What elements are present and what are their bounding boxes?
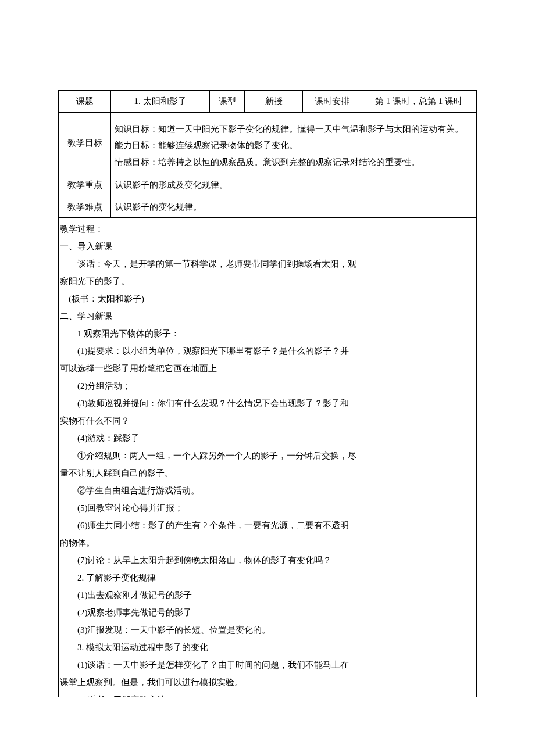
table-row-difficulty: 教学难点 认识影子的变化规律。	[59, 196, 477, 218]
content-line: (2)看书，了解实验方法	[60, 691, 357, 697]
table-row-goals: 教学目标 知识目标：知道一天中阳光下影子变化的规律。懂得一天中气温和影子与太阳的…	[59, 112, 477, 174]
label-difficulty: 教学难点	[59, 196, 111, 218]
value-topic: 1. 太阳和影子	[111, 91, 210, 113]
content-line: 3. 模拟太阳运动过程中影子的变化	[60, 639, 357, 656]
content-line: (7)讨论：从早上太阳升起到傍晚太阳落山，物体的影子有变化吗？	[60, 551, 357, 569]
label-topic: 课题	[59, 91, 111, 113]
content-line: (2)分组活动；	[60, 377, 357, 395]
value-goals: 知识目标：知道一天中阳光下影子变化的规律。懂得一天中气温和影子与太阳的运动有关。…	[111, 112, 477, 174]
content-cell: 教学过程： 一、导入新课 谈话：今天，是开学的第一节科学课，老师要带同学们到操场…	[59, 218, 361, 697]
value-schedule: 第 1 课时，总第 1 课时	[361, 91, 477, 113]
content-line: (2)观察老师事先做记号的影子	[60, 604, 357, 621]
content-line: 1 观察阳光下物体的影子：	[60, 325, 357, 342]
table-header-row: 课题 1. 太阳和影子 课型 新授 课时安排 第 1 课时，总第 1 课时	[59, 91, 477, 113]
content-line: (4)游戏：踩影子	[60, 429, 357, 447]
content-line: (5)回教室讨论心得并汇报；	[60, 499, 357, 517]
content-line: (板书：太阳和影子)	[60, 290, 357, 307]
value-focus: 认识影子的形成及变化规律。	[111, 174, 477, 196]
content-line: (1)谈话：一天中影子是怎样变化了？由于时间的问题，我们不能马上在课堂上观察到。…	[60, 656, 357, 691]
content-line: ②学生自由组合进行游戏活动。	[60, 482, 357, 499]
content-line: (1)提要求：以小组为单位，观察阳光下哪里有影子？是什么的影子？并可以选择一些影…	[60, 342, 357, 377]
content-line: 2. 了解影子变化规律	[60, 569, 357, 586]
content-line: ①介绍规则：两人一组，一个人踩另外一个人的影子，一分钟后交换，尽量不让别人踩到自…	[60, 447, 357, 482]
label-goals: 教学目标	[59, 112, 111, 174]
label-schedule: 课时安排	[303, 91, 361, 113]
value-difficulty: 认识影子的变化规律。	[111, 196, 477, 218]
content-line: (3)汇报发现：一天中影子的长短、位置是变化的。	[60, 621, 357, 639]
goals-knowledge: 知识目标：知道一天中阳光下影子变化的规律。懂得一天中气温和影子与太阳的运动有关。	[115, 121, 473, 138]
content-line: (6)师生共同小结：影子的产生有 2 个条件，一要有光源，二要有不透明的物体。	[60, 517, 357, 551]
value-type: 新授	[245, 91, 303, 113]
notes-column	[361, 218, 477, 697]
label-type: 课型	[210, 91, 245, 113]
content-line: 谈话：今天，是开学的第一节科学课，老师要带同学们到操场看太阳，观察阳光下的影子。	[60, 255, 357, 290]
goals-emotion: 情感目标：培养持之以恒的观察品质。意识到完整的观察记录对结论的重要性。	[115, 154, 473, 171]
label-focus: 教学重点	[59, 174, 111, 196]
content-line: (3)教师巡视并提问：你们有什么发现？什么情况下会出现影子？影子和实物有什么不同…	[60, 395, 357, 429]
table-row-content: 教学过程： 一、导入新课 谈话：今天，是开学的第一节科学课，老师要带同学们到操场…	[59, 218, 477, 697]
content-line: 二、学习新课	[60, 307, 357, 325]
content-line: 教学过程：	[60, 220, 357, 238]
content-line: 一、导入新课	[60, 238, 357, 255]
table-row-focus: 教学重点 认识影子的形成及变化规律。	[59, 174, 477, 196]
lesson-plan-table: 课题 1. 太阳和影子 课型 新授 课时安排 第 1 课时，总第 1 课时 教学…	[58, 90, 477, 697]
content-line: (1)出去观察刚才做记号的影子	[60, 586, 357, 604]
goals-ability: 能力目标：能够连续观察记录物体的影子变化。	[115, 137, 473, 154]
